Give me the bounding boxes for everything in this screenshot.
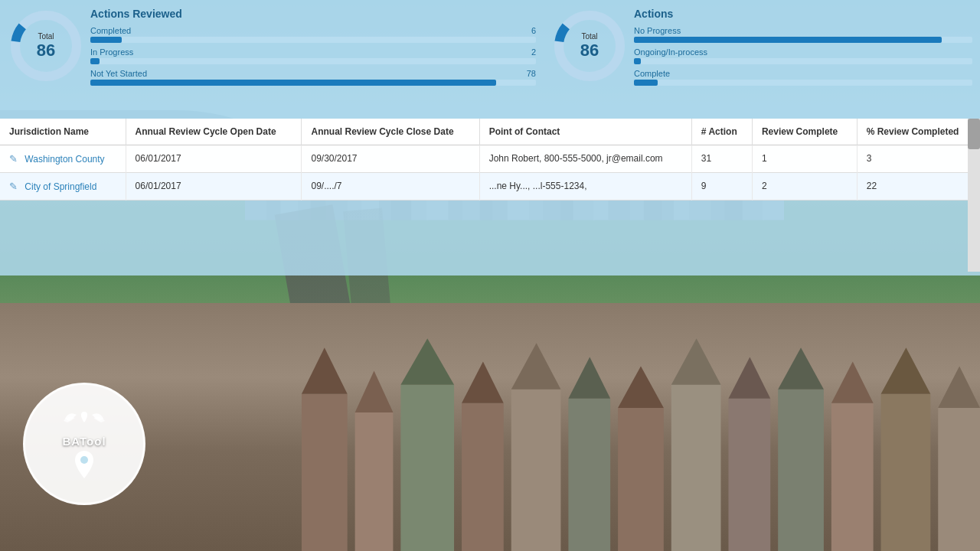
table-header-row: Jurisdiction Name Annual Review Cycle Op…	[0, 119, 980, 145]
col-open-date: Annual Review Cycle Open Date	[126, 119, 302, 145]
cell-pct-1: 3	[857, 145, 979, 173]
svg-marker-51	[778, 347, 824, 389]
notstarted-value: 78	[527, 69, 536, 78]
svg-rect-54	[881, 393, 931, 551]
table-row: ✎ Washington County 06/01/2017 09/30/201…	[0, 145, 980, 173]
svg-marker-35	[355, 370, 394, 412]
noprogress-fill	[634, 37, 942, 43]
col-review-complete: Review Complete	[752, 119, 857, 145]
cell-contact-1: John Robert, 800-555-5000, jr@email.com	[479, 145, 691, 173]
svg-marker-57	[938, 366, 980, 407]
ongoing-label: Ongoing/In-process	[634, 47, 707, 57]
completed-label: Completed	[90, 26, 131, 35]
left-donut-label: Total 86	[37, 32, 55, 60]
edit-icon-2[interactable]: ✎	[9, 181, 18, 192]
completed-track	[90, 37, 536, 43]
complete-fill	[634, 80, 658, 86]
left-chart-title: Actions Reviewed	[90, 8, 536, 20]
svg-rect-56	[938, 408, 980, 551]
svg-marker-45	[618, 366, 664, 407]
cell-actions-1: 31	[691, 145, 752, 173]
table-scrollbar[interactable]	[968, 119, 980, 272]
left-bar-chart: Actions Reviewed Completed 6 In Progress…	[90, 4, 536, 90]
svg-rect-42	[568, 398, 610, 551]
edit-icon-1[interactable]: ✎	[9, 153, 18, 165]
svg-rect-38	[462, 403, 504, 551]
cell-close-date-2: 09/..../7	[302, 173, 479, 201]
svg-rect-36	[400, 384, 454, 551]
notstarted-track	[90, 80, 536, 86]
inprogress-track	[90, 58, 536, 64]
right-bar-row-ongoing: Ongoing/In-process	[634, 47, 972, 64]
right-chart-area: Total 86 Actions No Progress Ongoing/In-…	[551, 4, 972, 90]
notstarted-label: Not Yet Started	[90, 69, 147, 78]
svg-marker-47	[671, 338, 721, 384]
logo-pin-icon	[72, 451, 96, 478]
svg-marker-39	[462, 361, 504, 403]
ongoing-fill	[634, 58, 641, 64]
cell-review-1: 1	[752, 145, 857, 173]
svg-rect-32	[302, 393, 348, 551]
logo-wings-icon	[61, 407, 107, 430]
svg-rect-34	[355, 412, 394, 551]
svg-rect-46	[671, 384, 721, 551]
bar-row-inprogress: In Progress 2	[90, 47, 536, 64]
inprogress-fill	[90, 58, 100, 64]
svg-rect-44	[618, 408, 664, 551]
cell-jurisdiction-2: ✎ City of Springfield	[0, 173, 126, 201]
left-donut-chart: Total 86	[8, 8, 84, 84]
notstarted-fill	[90, 80, 496, 86]
col-pct-complete: % Review Completed	[857, 119, 979, 145]
completed-value: 6	[531, 26, 536, 35]
jurisdiction-name-1[interactable]: Washington County	[24, 154, 104, 165]
svg-rect-48	[728, 398, 770, 551]
right-donut-chart: Total 86	[551, 8, 628, 84]
complete-label: Complete	[634, 69, 670, 78]
right-bar-row-complete: Complete	[634, 69, 972, 86]
svg-marker-43	[568, 357, 610, 398]
right-chart-title: Actions	[634, 8, 972, 20]
complete-track	[634, 80, 972, 86]
cell-open-date-2: 06/01/2017	[126, 173, 302, 201]
cell-jurisdiction-1: ✎ Washington County	[0, 145, 126, 173]
right-bar-row-noprogress: No Progress	[634, 26, 972, 43]
svg-rect-40	[511, 389, 561, 551]
svg-marker-55	[881, 347, 931, 393]
inprogress-label: In Progress	[90, 47, 133, 57]
jurisdiction-table: Jurisdiction Name Annual Review Cycle Op…	[0, 119, 980, 201]
svg-rect-52	[831, 403, 874, 551]
table-row: ✎ City of Springfield 06/01/2017 09/....…	[0, 173, 980, 201]
svg-marker-49	[728, 357, 770, 398]
cell-review-2: 2	[752, 173, 857, 201]
cell-open-date-1: 06/01/2017	[126, 145, 302, 173]
cell-actions-2: 9	[691, 173, 752, 201]
bar-row-notstarted: Not Yet Started 78	[90, 69, 536, 86]
cell-close-date-1: 09/30/2017	[302, 145, 479, 173]
left-chart-area: Total 86 Actions Reviewed Completed 6 In…	[8, 4, 536, 90]
col-actions: # Action	[691, 119, 752, 145]
right-bar-chart: Actions No Progress Ongoing/In-process C…	[634, 4, 972, 90]
svg-rect-50	[778, 389, 824, 551]
col-jurisdiction: Jurisdiction Name	[0, 119, 126, 145]
col-contact: Point of Contact	[479, 119, 691, 145]
bar-row-completed: Completed 6	[90, 26, 536, 43]
cell-pct-2: 22	[857, 173, 979, 201]
data-table-panel: Jurisdiction Name Annual Review Cycle Op…	[0, 119, 980, 201]
svg-marker-33	[302, 347, 348, 393]
scrollbar-thumb[interactable]	[968, 119, 980, 149]
svg-marker-53	[831, 361, 874, 403]
right-donut-label: Total 86	[580, 32, 599, 60]
jurisdiction-name-2[interactable]: City of Springfield	[24, 181, 96, 192]
svg-marker-37	[400, 338, 454, 384]
logo-circle: BATool	[23, 383, 145, 505]
svg-point-62	[81, 412, 87, 418]
cell-contact-2: ...ne Hy..., ...l-555-1234,	[479, 173, 691, 201]
logo-text: BATool	[61, 435, 107, 448]
inprogress-value: 2	[531, 47, 536, 57]
completed-fill	[90, 37, 122, 43]
ongoing-track	[634, 58, 972, 64]
col-close-date: Annual Review Cycle Close Date	[302, 119, 479, 145]
svg-marker-41	[511, 343, 561, 389]
noprogress-label: No Progress	[634, 26, 681, 35]
noprogress-track	[634, 37, 972, 43]
